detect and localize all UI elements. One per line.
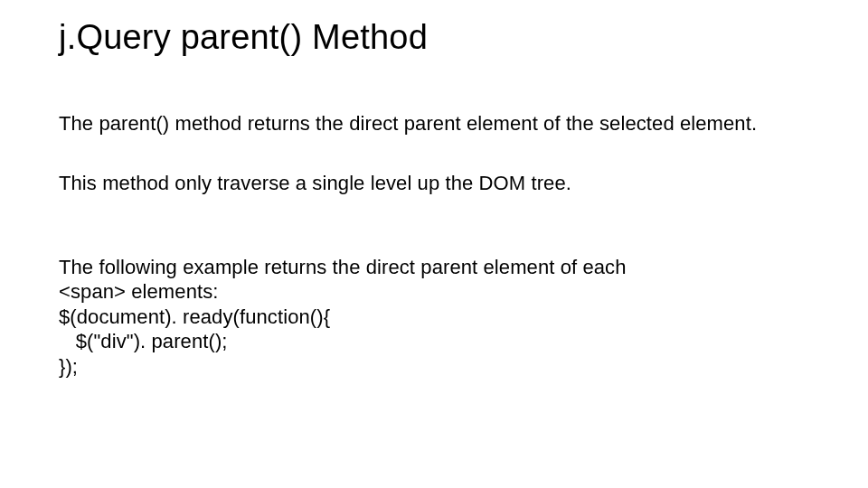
example-intro-line2: <span> elements: <box>59 280 219 303</box>
page-title: j.Query parent() Method <box>59 18 809 57</box>
example-block: The following example returns the direct… <box>59 230 809 379</box>
example-intro-line1: The following example returns the direct… <box>59 256 627 278</box>
code-line-1: $(document). ready(function(){ <box>59 305 330 328</box>
code-line-3: }); <box>59 355 78 378</box>
paragraph-traverse-note: This method only traverse a single level… <box>59 171 809 196</box>
code-line-2: $("div"). parent(); <box>59 330 228 352</box>
paragraph-description: The parent() method returns the direct p… <box>59 111 809 136</box>
